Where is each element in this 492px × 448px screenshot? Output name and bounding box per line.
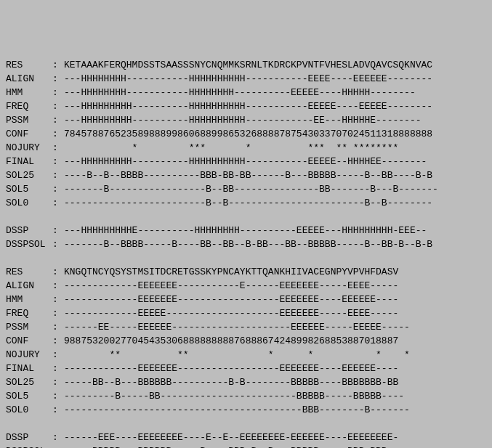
alignment-row: SOL25: ----B--B--BBBB----------BBB-BB-BB… [6, 168, 486, 182]
alignment-row: DSSP: ---HHHHHHHHHE----------HHHHHHHH---… [6, 224, 486, 237]
row-label: ALIGN [6, 72, 52, 86]
row-label: ALIGN [6, 279, 52, 293]
row-colon: : [52, 58, 64, 72]
row-sequence: ----------------------------------------… [64, 403, 410, 417]
row-colon: : [52, 306, 64, 320]
row-label: CONF [6, 334, 52, 348]
alignment-row: SOL5: ---------B-----BB-----------------… [6, 389, 486, 403]
row-sequence: -------------EEEEE--------------------EE… [64, 306, 398, 320]
row-colon: : [52, 237, 64, 251]
alignment-row: ALIGN: ---HHHHHHHH-----------HHHHHHHHHH-… [6, 72, 486, 86]
row-colon: : [52, 86, 64, 99]
row-label: PSSM [6, 113, 52, 127]
row-colon: : [52, 182, 64, 196]
row-label: FREQ [6, 306, 52, 320]
alignment-row: PSSM: ---HHHHHHHHH----------HHHHHHHHHH--… [6, 113, 486, 127]
row-sequence: ---HHHHHHHHH----------HHHHHHHHHH--------… [64, 155, 427, 168]
row-colon: : [52, 320, 64, 334]
row-sequence: ** ** * * * * [64, 348, 410, 362]
row-sequence: 9887532002770454353068888888887688867424… [64, 334, 398, 348]
alignment-row: NOJURY: * *** * *** ** ******** [6, 141, 486, 155]
row-colon: : [52, 334, 64, 348]
row-label: NOJURY [6, 141, 52, 155]
row-colon: : [52, 99, 64, 113]
alignment-row: FINAL: -------------EEEEEEE-------------… [6, 362, 486, 375]
row-sequence: ------EE-----EEEEEE---------------------… [64, 320, 410, 334]
row-colon: : [52, 293, 64, 306]
row-sequence: -------------EEEEEEE-----------E------EE… [64, 279, 398, 293]
alignment-row: SOL0: -------------------------B--B-----… [6, 196, 486, 210]
row-label: RES [6, 58, 52, 72]
row-colon: : [52, 279, 64, 293]
row-sequence: -------------------------B--B-----------… [64, 196, 432, 210]
row-label: PSSM [6, 320, 52, 334]
row-sequence: -------B--BBBB-----B----BB--BB--B-BB---B… [64, 237, 432, 251]
row-label: SOL25 [6, 375, 52, 389]
row-colon: : [52, 141, 64, 155]
row-sequence: KNGQTNCYQSYSTMSITDCRETGSSKYPNCAYKTTQANKH… [64, 265, 398, 279]
blank-row [6, 417, 486, 431]
row-colon: : [52, 375, 64, 389]
row-label: HMM [6, 293, 52, 306]
alignment-row: SOL5: -------B-----------------B--BB----… [6, 182, 486, 196]
row-sequence: -------------EEEEEEE------------------EE… [64, 362, 398, 375]
row-colon: : [52, 348, 64, 362]
row-colon: : [52, 224, 64, 237]
row-label: NOJURY [6, 348, 52, 362]
row-label: SOL25 [6, 168, 52, 182]
row-label: CONF [6, 127, 52, 141]
alignment-row: SOL25: -----BB--B---BBBBBB----------B-B-… [6, 375, 486, 389]
alignment-row: DSSP: ------EEE----EEEEEEEE----E--E--EEE… [6, 431, 486, 444]
row-colon: : [52, 155, 64, 168]
row-sequence: ---HHHHHHHHH----------HHHHHHHHHH--------… [64, 99, 432, 113]
row-label: DSSP [6, 224, 52, 237]
row-sequence: ---HHHHHHHHHE----------HHHHHHHH---------… [64, 224, 427, 237]
alignment-row: RES: KETAAAKFERQHMDSSTSAASSSNYCNQMMKSRNL… [6, 58, 486, 72]
row-label: DSSPSOL [6, 237, 52, 251]
row-sequence: -------------EEEEEEE------------------EE… [64, 293, 398, 306]
alignment-row: ALIGN: -------------EEEEEEE-----------E-… [6, 279, 486, 293]
row-colon: : [52, 113, 64, 127]
row-colon: : [52, 168, 64, 182]
row-colon: : [52, 362, 64, 375]
alignment-row: HMM: ---HHHHHHHH-----------HHHHHHHH-----… [6, 86, 486, 99]
row-sequence: KETAAAKFERQHMDSSTSAASSSNYCNQMMKSRNLTKDRC… [64, 58, 432, 72]
row-colon: : [52, 72, 64, 86]
row-sequence: ---------B-----BB-----------------------… [64, 389, 404, 403]
row-label: SOL5 [6, 389, 52, 403]
row-label: SOL0 [6, 403, 52, 417]
row-sequence: -------B-----------------B--BB----------… [64, 182, 438, 196]
row-label: SOL0 [6, 196, 52, 210]
row-colon: : [52, 127, 64, 141]
blank-row [6, 251, 486, 265]
alignment-row: DSSPSOL: -------B--BBBB-----B----BB--BB-… [6, 237, 486, 251]
row-colon: : [52, 444, 64, 448]
alignment-row: RES: KNGQTNCYQSYSTMSITDCRETGSSKYPNCAYKTT… [6, 265, 486, 279]
blank-row [6, 210, 486, 224]
alignment-row: NOJURY: ** ** * * * * [6, 348, 486, 362]
row-label: FREQ [6, 99, 52, 113]
row-label: RES [6, 265, 52, 279]
alignment-row: PSSM: ------EE-----EEEEEE---------------… [6, 320, 486, 334]
row-sequence: ------EEE----EEEEEEEE----E--E--EEEEEEEE-… [64, 431, 398, 444]
row-colon: : [52, 265, 64, 279]
row-label: FINAL [6, 155, 52, 168]
row-sequence: ---HHHHHHHHH----------HHHHHHHHHH--------… [64, 113, 421, 127]
row-label: DSSPSOL [6, 444, 52, 448]
alignment-row: FREQ: -------------EEEEE----------------… [6, 306, 486, 320]
alignment-row: FREQ: ---HHHHHHHHH----------HHHHHHHHHH--… [6, 99, 486, 113]
alignment-row: DSSPSOL: -----BBBBB---BBBBBB-----B----BB… [6, 444, 486, 448]
row-label: HMM [6, 86, 52, 99]
row-label: SOL5 [6, 182, 52, 196]
alignment-row: SOL0: ----------------------------------… [6, 403, 486, 417]
row-sequence: ---HHHHHHHH-----------HHHHHHHHHH--------… [64, 72, 432, 86]
alignment-row: CONF: 7845788765235898889986068899865326… [6, 127, 486, 141]
row-label: DSSP [6, 431, 52, 444]
row-colon: : [52, 196, 64, 210]
alignment-row: HMM: -------------EEEEEEE---------------… [6, 293, 486, 306]
alignment-row: CONF: 9887532002770454353068888888887688… [6, 334, 486, 348]
row-label: FINAL [6, 362, 52, 375]
row-colon: : [52, 431, 64, 444]
row-sequence: * *** * *** ** ******** [64, 141, 398, 155]
alignment-row: FINAL: ---HHHHHHHHH----------HHHHHHHHHH-… [6, 155, 486, 168]
